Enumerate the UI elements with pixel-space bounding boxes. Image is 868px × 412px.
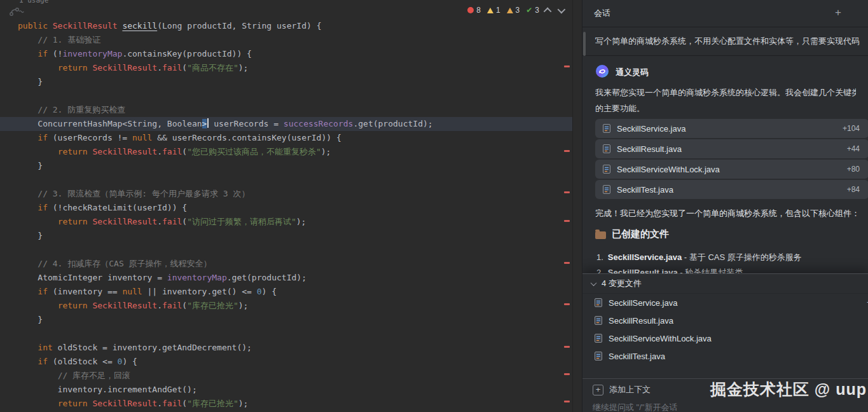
warnings-indicator[interactable]: 1 [487, 6, 500, 15]
code-line[interactable]: // 1. 基础验证 [0, 33, 572, 47]
java-file-icon [593, 315, 603, 326]
code-token: "库存已抢光" [187, 301, 238, 310]
code-line[interactable]: AtomicInteger inventory = inventoryMap.g… [0, 271, 572, 285]
code-line[interactable] [0, 327, 572, 341]
tab-session[interactable]: 会话 [594, 8, 610, 19]
intro-line: 的主要功能。 [595, 100, 856, 116]
code-line[interactable] [0, 89, 572, 103]
code-token: if [38, 49, 48, 58]
errors-count: 8 [476, 6, 481, 15]
code-line[interactable]: } [0, 159, 572, 173]
file-card[interactable]: SeckillResult.java+44 [595, 139, 868, 158]
code-token [18, 217, 58, 226]
code-token: SeckillResult [53, 21, 123, 31]
code-token: SeckillResult [92, 301, 157, 310]
code-line[interactable]: // 库存不足，回滚 [0, 369, 572, 383]
new-session-button[interactable]: + [833, 8, 843, 18]
passed-indicator[interactable]: ✔ 3 [526, 6, 539, 15]
file-card[interactable]: SeckillServiceWithLock.java+80 [595, 160, 868, 179]
code-token [18, 371, 58, 380]
code-token: fail [162, 301, 182, 310]
code-line[interactable]: // 3. 限流检查（简单示例: 每个用户最多请求 3 次） [0, 187, 572, 201]
errors-indicator[interactable]: 8 [467, 6, 481, 15]
error-stripe-mark[interactable] [564, 150, 570, 152]
code-token: "商品不存在" [187, 63, 238, 72]
code-editor[interactable]: 1 usage public SeckillResult seckill(Lon… [0, 0, 572, 412]
code-line[interactable]: inventory.incrementAndGet(); [0, 383, 572, 397]
code-token: "您已购买过该商品，不能重复秒杀" [187, 147, 321, 156]
code-line[interactable]: if (oldStock <= 0) { [0, 355, 572, 369]
error-stripe-mark[interactable] [564, 401, 570, 402]
usage-inlay-hint[interactable]: 1 usage [19, 0, 48, 4]
code-token [18, 147, 58, 156]
error-stripe-mark[interactable] [564, 262, 570, 264]
error-stripe-mark[interactable] [564, 346, 570, 348]
check-icon: ✔ [526, 6, 532, 15]
code-line[interactable]: return SeckillResult.fail("您已购买过该商品，不能重复… [0, 145, 572, 159]
file-card[interactable]: SeckillTest.java+84 [595, 180, 868, 199]
git-branch-icon[interactable] [9, 7, 25, 18]
code-token: userRecords = [209, 119, 283, 128]
added-lines-count: +104 [843, 124, 860, 133]
code-line[interactable]: return SeckillResult.fail("库存已抢光"); [0, 299, 572, 313]
code-line[interactable]: if (!checkRateLimit(userId)) { [0, 201, 572, 215]
error-stripe-mark[interactable] [564, 65, 570, 67]
code-token: // 2. 防重复购买检查 [38, 105, 125, 114]
code-line[interactable] [0, 243, 572, 257]
code-token: && userRecords.containsKey(userId)) { [152, 133, 341, 142]
error-stripe-mark[interactable] [564, 373, 570, 375]
changed-file-row[interactable]: SeckillService.java+104 [582, 294, 868, 312]
code-token: } [18, 231, 43, 240]
code-token [18, 343, 38, 352]
user-message[interactable]: 写个简单的商城秒杀系统，不用关心配置文件和实体等，只需要实现代码 [582, 27, 868, 56]
code-line[interactable]: ConcurrentHashMap<String, Boolean> userR… [0, 117, 572, 131]
panel-scrollbar-thumb[interactable] [583, 32, 586, 56]
changed-file-row[interactable]: SeckillResult.java+44 [582, 312, 868, 329]
ai-chat-panel: 会话 + 写个简单的商城秒杀系统，不用关心配置文件和实体等，只需要实现代码 [582, 0, 868, 412]
error-stripe-mark[interactable] [564, 191, 570, 193]
java-file-icon [602, 123, 612, 134]
error-stripe-mark[interactable] [564, 303, 570, 305]
changed-file-row[interactable]: SeckillTest.java+84 [582, 347, 868, 365]
code-line[interactable]: if (!inventoryMap.containsKey(productId)… [0, 47, 572, 61]
code-line[interactable]: if (inventory == null || inventory.get()… [0, 285, 572, 299]
file-card[interactable]: SeckillService.java+104 [595, 119, 868, 138]
previous-problem-button[interactable] [544, 7, 552, 15]
changed-file-row[interactable]: SeckillServiceWithLock.java+80 [582, 329, 868, 347]
code-token: ( [182, 399, 187, 408]
code-line[interactable]: if (userRecords != null && userRecords.c… [0, 131, 572, 145]
code-token: . [157, 63, 162, 72]
weak-warnings-indicator[interactable]: 3 [507, 6, 520, 15]
code-line[interactable]: // 2. 防重复购买检查 [0, 103, 572, 117]
ide-window: 1 usage public SeckillResult seckill(Lon… [0, 0, 868, 412]
assistant-name: 通义灵码 [616, 67, 649, 78]
file-name: SeckillServiceWithLock.java [609, 334, 712, 343]
code-token: null [122, 287, 142, 296]
code-line[interactable]: return SeckillResult.fail("商品不存在"); [0, 61, 572, 75]
code-line[interactable] [0, 173, 572, 187]
code-line[interactable]: // 4. 扣减库存（CAS 原子操作，线程安全） [0, 257, 572, 271]
added-lines-count: +80 [847, 165, 860, 174]
error-stripe-mark[interactable] [564, 220, 570, 222]
chat-input-placeholder[interactable]: 继续提问或 "/"新开会话 [593, 402, 858, 412]
code-token: int [38, 343, 52, 352]
error-stripe[interactable] [563, 0, 572, 412]
code-line[interactable]: int oldStock = inventory.getAndDecrement… [0, 341, 572, 355]
code-token [18, 35, 38, 45]
code-token: ); [238, 399, 249, 408]
changed-files-header[interactable]: 4 变更文件 [582, 274, 868, 294]
code-line[interactable]: public SeckillResult seckill(Long produc… [0, 19, 572, 33]
editor-scrollbar-track[interactable] [572, 0, 582, 412]
code-line[interactable]: return SeckillResult.fail("访问过于频繁，请稍后再试"… [0, 215, 572, 229]
code-line[interactable]: } [0, 75, 572, 89]
code-token: .containsKey(productId)) { [122, 49, 252, 58]
code-lines[interactable]: public SeckillResult seckill(Long produc… [0, 19, 572, 411]
code-line[interactable]: } [0, 313, 572, 327]
code-token: (userRecords != [48, 133, 132, 142]
code-line[interactable]: } [0, 229, 572, 243]
code-token: return [58, 217, 93, 226]
code-line[interactable]: return SeckillResult.fail("库存已抢光"); [0, 397, 572, 411]
code-token: . [157, 147, 162, 156]
code-token: ( [182, 63, 187, 72]
file-name: SeckillResult.java [609, 316, 673, 326]
